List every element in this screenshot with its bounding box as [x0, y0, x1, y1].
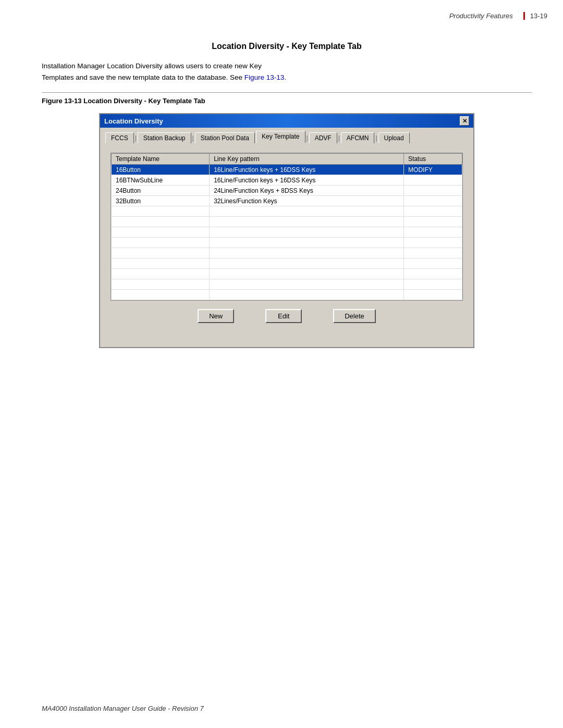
table-row-empty: [112, 248, 462, 258]
header: Productivity Features 13-19: [0, 0, 563, 31]
dialog-title: Location Diversity: [104, 117, 163, 125]
cell-pattern: 16Line/Function keys + 16DSS Keys: [210, 165, 404, 175]
tab-key-template[interactable]: Key Template: [256, 131, 305, 143]
tab-sep-2: |: [192, 134, 194, 143]
dialog-body: Template Name Line Key pattern Status 16…: [100, 144, 473, 337]
table-row[interactable]: 32Button 32Lines/Function Keys: [112, 196, 462, 206]
cell-name: 16Button: [112, 165, 210, 175]
table-row-empty: [112, 290, 462, 300]
cell-pattern: 32Lines/Function Keys: [210, 196, 404, 206]
dialog-footer-strip: [100, 337, 473, 347]
dialog-titlebar: Location Diversity ✕: [100, 114, 473, 128]
cell-empty: [112, 206, 210, 217]
section-title: Location Diversity - Key Template Tab: [42, 42, 532, 51]
table-body: 16Button 16Line/Function keys + 16DSS Ke…: [112, 165, 462, 300]
section-description: Installation Manager Location Diversity …: [42, 60, 532, 83]
table-row-empty: [112, 238, 462, 248]
table-row-empty: [112, 206, 462, 217]
productivity-label: Productivity Features: [449, 12, 513, 20]
tab-advf[interactable]: ADVF: [309, 132, 337, 143]
edit-button[interactable]: Edit: [265, 309, 302, 323]
table-row[interactable]: 16BTNwSubLine 16Line/Function keys + 16D…: [112, 175, 462, 186]
tab-sep-3: |: [307, 134, 308, 143]
tab-station-backup[interactable]: Station Backup: [138, 132, 191, 143]
table-row-empty: [112, 269, 462, 279]
delete-button[interactable]: Delete: [333, 309, 376, 323]
tab-upload[interactable]: Upload: [378, 132, 410, 143]
table-container: Template Name Line Key pattern Status 16…: [111, 153, 463, 301]
table-row-empty: [112, 279, 462, 290]
col-line-key-pattern: Line Key pattern: [210, 154, 404, 165]
table-header: Template Name Line Key pattern Status: [112, 154, 462, 165]
tab-sep-1: |: [135, 134, 137, 143]
dialog-window: Location Diversity ✕ FCCS | Station Back…: [99, 113, 474, 348]
figure-link[interactable]: Figure 13-13: [244, 73, 285, 81]
cell-empty: [210, 206, 404, 217]
figure-caption-text: Figure 13-13 Location Diversity - Key Te…: [42, 97, 205, 105]
description-text-1: Installation Manager Location Diversity …: [42, 62, 262, 70]
cell-name: 32Button: [112, 196, 210, 206]
cell-name: 24Button: [112, 186, 210, 196]
cell-name: 16BTNwSubLine: [112, 175, 210, 186]
tab-afcmn[interactable]: AFCMN: [341, 132, 375, 143]
footer-text: MA4000 Installation Manager User Guide -…: [42, 705, 204, 712]
table-header-row: Template Name Line Key pattern Status: [112, 154, 462, 165]
new-button[interactable]: New: [198, 309, 234, 323]
close-button[interactable]: ✕: [460, 116, 469, 126]
table-row-empty: [112, 227, 462, 238]
page-footer: MA4000 Installation Manager User Guide -…: [42, 705, 532, 712]
cell-pattern: 16Line/Function keys + 16DSS Keys: [210, 175, 404, 186]
header-right: Productivity Features 13-19: [449, 12, 547, 20]
figure-divider: [42, 92, 532, 93]
tab-fccs[interactable]: FCCS: [105, 132, 134, 143]
col-template-name: Template Name: [112, 154, 210, 165]
cell-status: [404, 175, 462, 186]
cell-empty: [404, 206, 462, 217]
main-content: Location Diversity - Key Template Tab In…: [42, 42, 532, 348]
tab-station-pool-data[interactable]: Station Pool Data: [195, 132, 255, 143]
table-row-empty: [112, 217, 462, 227]
buttons-row: New Edit Delete: [111, 309, 463, 323]
cell-status: [404, 196, 462, 206]
tab-bar: FCCS | Station Backup | Station Pool Dat…: [100, 128, 473, 144]
key-template-table: Template Name Line Key pattern Status 16…: [111, 153, 462, 300]
cell-status: MODIFY: [404, 165, 462, 175]
table-row[interactable]: 16Button 16Line/Function keys + 16DSS Ke…: [112, 165, 462, 175]
figure-caption: Figure 13-13 Location Diversity - Key Te…: [42, 97, 532, 105]
tab-sep-5: |: [375, 134, 377, 143]
description-text-2: Templates and save the new template data…: [42, 73, 242, 81]
table-row[interactable]: 24Button 24Line/Function Keys + 8DSS Key…: [112, 186, 462, 196]
cell-pattern: 24Line/Function Keys + 8DSS Keys: [210, 186, 404, 196]
page-number: 13-19: [523, 12, 547, 20]
col-status: Status: [404, 154, 462, 165]
cell-status: [404, 186, 462, 196]
tab-sep-4: |: [338, 134, 340, 143]
table-row-empty: [112, 258, 462, 269]
